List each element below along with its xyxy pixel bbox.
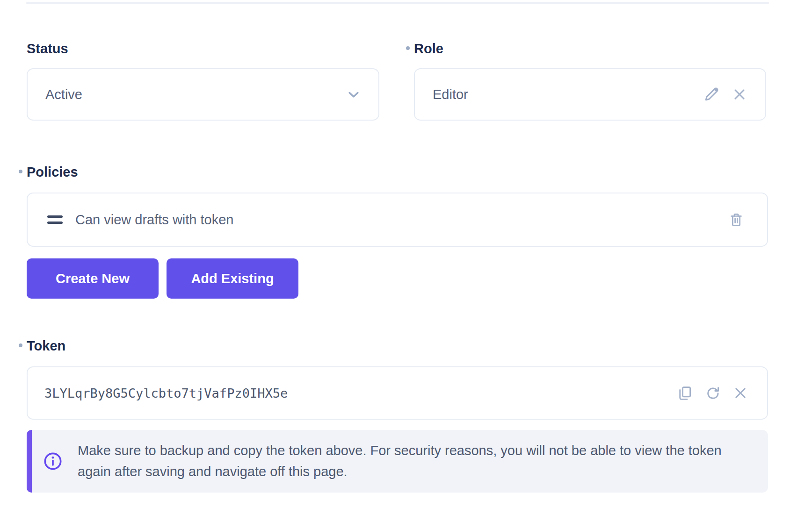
chevron-down-icon [347,87,361,101]
role-label: Role [414,40,443,57]
policy-name: Can view drafts with token [75,212,728,228]
clear-token-icon[interactable] [732,385,748,401]
role-field-group: Role Editor [414,40,766,121]
edit-role-icon[interactable] [703,86,720,103]
required-dot-icon [19,343,22,347]
required-dot-icon [19,170,22,173]
policies-label: Policies [27,164,78,180]
drag-handle-icon[interactable] [47,213,63,227]
token-field: 3LYLqrBy8G5Cylcbto7tjVafPz0IHX5e [27,366,768,420]
policy-row: Can view drafts with token [27,193,768,247]
form-content: Status Active Role Editor [27,0,768,493]
role-value: Editor [433,87,703,102]
copy-token-icon[interactable] [676,385,694,402]
status-value: Active [45,87,347,102]
token-value: 3LYLqrBy8G5Cylcbto7tjVafPz0IHX5e [44,386,676,400]
delete-policy-icon[interactable] [728,211,745,228]
role-field[interactable]: Editor [414,68,766,121]
required-dot-icon [406,46,410,50]
add-existing-button[interactable]: Add Existing [167,258,298,299]
alert-message: Make sure to backup and copy the token a… [78,440,732,482]
status-select[interactable]: Active [27,68,379,121]
status-field-group: Status Active [27,40,379,121]
regenerate-token-icon[interactable] [705,385,721,401]
status-label: Status [27,40,68,57]
token-label: Token [27,337,65,354]
alert-accent-bar [27,430,32,493]
clear-role-icon[interactable] [732,86,747,102]
create-new-button[interactable]: Create New [27,258,159,299]
info-icon [42,450,64,472]
token-info-alert: Make sure to backup and copy the token a… [27,430,768,493]
